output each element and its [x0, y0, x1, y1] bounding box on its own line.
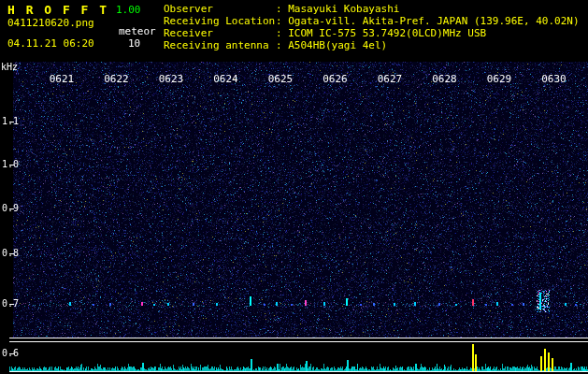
x-tick-label: 0624 [213, 73, 238, 85]
info-value: : Masayuki Kobayashi [276, 3, 399, 15]
info-row: Receiving antenna: A504HB(yagi 4el) [164, 39, 580, 51]
spectrogram-canvas [0, 0, 588, 374]
info-label: Receiver [164, 27, 276, 39]
info-row: Receiving Location: Ogata-vill. Akita-Pr… [164, 15, 580, 27]
info-value: : A504HB(yagi 4el) [276, 39, 387, 51]
x-tick-label: 0629 [487, 73, 512, 85]
app-logo: H R O F F T [7, 3, 108, 17]
output-filename: 0411210620.png [7, 17, 94, 29]
x-tick-label: 0625 [268, 73, 294, 85]
info-label: Receiving Location [164, 15, 276, 27]
y-tick-label: 0.9 [2, 203, 19, 213]
info-value: : ICOM IC-575 53.7492(0LCD)MHz USB [276, 27, 486, 39]
echo-count: 10 [128, 37, 140, 50]
x-tick-label: 0628 [432, 73, 457, 85]
app-version: 1.00 [116, 4, 141, 16]
y-tick-label: 0.8 [2, 248, 19, 258]
x-tick-label: 0626 [323, 73, 348, 85]
timestamp: 04.11.21 06:20 [7, 37, 94, 50]
x-tick-label: 0622 [104, 73, 129, 85]
x-tick-label: 0630 [541, 73, 566, 85]
info-label: Observer [164, 3, 276, 15]
hrofft-screenshot: H R O F F T 1.00 0411210620.png meteor 0… [0, 0, 588, 374]
mode-label: meteor [119, 25, 156, 37]
info-row: Receiver: ICOM IC-575 53.7492(0LCD)MHz U… [164, 27, 580, 39]
info-value: : Ogata-vill. Akita-Pref. JAPAN (139.96E… [276, 15, 580, 27]
y-tick-label: 0.6 [2, 348, 19, 358]
info-label: Receiving antenna [164, 39, 276, 51]
y-tick-label: 1.0 [2, 159, 19, 169]
observer-info-block: Observer: Masayuki KobayashiReceiving Lo… [164, 3, 580, 51]
x-tick-label: 0627 [378, 73, 403, 85]
y-tick-label: 0.7 [2, 298, 19, 309]
x-tick-label: 0621 [50, 73, 75, 85]
info-row: Observer: Masayuki Kobayashi [164, 3, 580, 15]
y-axis-unit-label: kHz [1, 62, 18, 72]
x-tick-label: 0623 [159, 73, 184, 85]
y-tick-label: 1.1 [2, 116, 19, 126]
